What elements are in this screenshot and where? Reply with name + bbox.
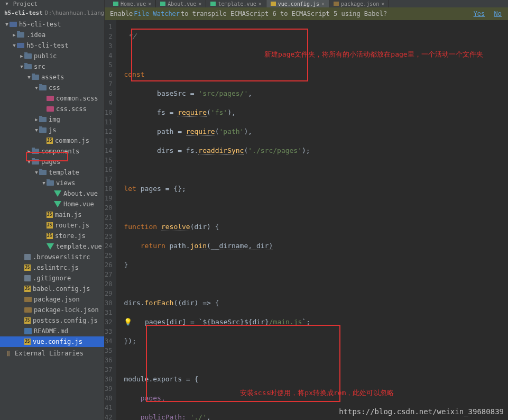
vue-icon [54,201,61,207]
tab-template-vue[interactable]: template.vue× [206,0,266,7]
tree-item-css-scss[interactable]: css.scss [0,104,104,114]
tree-item-store-js[interactable]: JSstore.js [0,231,104,241]
tree-item-img[interactable]: ▶img [0,114,104,125]
library-icon: ⫴ [4,349,13,358]
close-icon[interactable]: × [258,1,262,7]
watermark: https://blog.csdn.net/weixin_39680839 [339,407,504,416]
close-icon[interactable]: × [381,1,384,7]
folder-icon [24,53,32,59]
tab-Home-vue[interactable]: Home.vue× [109,0,156,7]
tree-item-Home-vue[interactable]: Home.vue [0,199,104,209]
md-icon [24,328,32,334]
folder-icon [39,85,47,90]
folder-icon [39,127,47,133]
tree-item-main-js[interactable]: JSmain.js [0,209,104,220]
close-icon[interactable]: × [148,1,151,7]
folder-icon [24,64,32,69]
file-watcher-link[interactable]: File Watcher [134,10,180,17]
tree-item-README-md[interactable]: README.md [0,326,104,336]
js-icon: JS [24,286,31,292]
tree-item-common-js[interactable]: JScommon.js [0,135,104,146]
folder-icon [39,117,47,122]
tree-item-About-vue[interactable]: About.vue [0,188,104,199]
js-icon: JS [47,212,53,218]
code-editor[interactable]: 1234567891011121314151617181920212223242… [105,20,508,420]
path-bar: h5-cli-testD:\huanhuan.liang\vue [0,7,104,18]
module-icon [10,22,17,27]
line-gutter: 1234567891011121314151617181920212223242… [105,20,116,420]
tree-item-babel-config-js[interactable]: JSbabel.config.js [0,284,104,294]
scss-icon [47,106,54,112]
annotation-text-2: 安装scss时使用，将px转换成rem，此处可以忽略 [240,388,394,398]
tab-package-json[interactable]: package.json× [329,0,389,7]
no-link[interactable]: No [494,10,502,17]
js-icon: JS [24,317,31,324]
tree-item-pages[interactable]: ▼pages [0,157,104,167]
tree-item-router-js[interactable]: JSrouter.js [0,220,104,231]
tree-item-package-lock-json[interactable]: package-lock.json [0,305,104,315]
tree-item--eslintrc-js[interactable]: JS.eslintrc.js [0,262,104,273]
js-icon: JS [24,339,31,345]
tree-item-vue-config-js[interactable]: JSvue.config.js [0,336,104,347]
tab-About-vue[interactable]: About.vue× [156,0,206,7]
json-icon [24,297,32,302]
editor-tabs: Home.vue×About.vue×template.vue×vue.conf… [105,0,508,7]
tree-item--idea[interactable]: ▶.idea [0,30,104,40]
project-header[interactable]: ▼ Project [0,0,104,7]
tree-item-assets[interactable]: ▼assets [0,72,104,83]
tree-item-css[interactable]: ▼css [0,83,104,93]
tree-item--gitignore[interactable]: .gitignore [0,273,104,284]
vue-icon [54,190,61,197]
vue-icon [47,243,54,250]
js-icon: JS [24,264,31,271]
folder-icon [47,180,54,186]
annotation-text-1: 新建page文件夹，将所有的小活动都放在page里，一个活动一个文件夹 [264,50,483,59]
project-sidebar: ▼ Project h5-cli-testD:\huanhuan.liang\v… [0,0,105,420]
code-area[interactable]: */ const baseSrc = 'src/pages/', fs = re… [116,20,508,420]
tree-item-src[interactable]: ▼src [0,61,104,72]
module-icon [17,43,24,48]
tree-item-js[interactable]: ▼js [0,125,104,135]
tree-item-template-vue[interactable]: template.vue [0,241,104,252]
notification-bar: Enable File Watcher to transpile ECMAScr… [105,7,508,20]
js-icon: JS [47,233,53,239]
tree-item-components[interactable]: ▶components [0,146,104,157]
txt-icon [24,254,31,260]
tree-item-h5-cli-test[interactable]: ▼h5-cli-test [0,19,104,30]
folder-icon [39,170,47,175]
folder-icon [32,149,39,154]
folder-icon [32,75,39,80]
js-icon: JS [47,138,53,144]
close-icon[interactable]: × [321,1,325,7]
folder-icon [32,159,39,165]
tree-item-views[interactable]: ▼views [0,178,104,188]
scss-icon [47,96,54,101]
external-libraries[interactable]: ⫴ External Libraries [0,348,104,359]
tree-item-common-scss[interactable]: common.scss [0,93,104,104]
tree-item-h5-cli-test[interactable]: ▼h5-cli-test [0,40,104,51]
tree-item-package-json[interactable]: package.json [0,294,104,305]
txt-icon [24,275,31,281]
tree-item-postcss-config-js[interactable]: JSpostcss.config.js [0,315,104,326]
tree-item--browserslistrc[interactable]: .browserslistrc [0,252,104,262]
tree-item-public[interactable]: ▶public [0,51,104,61]
tree-item-template[interactable]: ▼template [0,167,104,178]
yes-link[interactable]: Yes [474,10,485,17]
close-icon[interactable]: × [198,1,201,7]
tab-vue-config-js[interactable]: vue.config.js× [266,0,329,7]
json-icon [24,307,32,313]
js-icon: JS [47,222,53,229]
project-tree: ▼h5-cli-test▶.idea▼h5-cli-test▶public▼sr… [0,18,104,348]
folder-icon [17,32,24,38]
